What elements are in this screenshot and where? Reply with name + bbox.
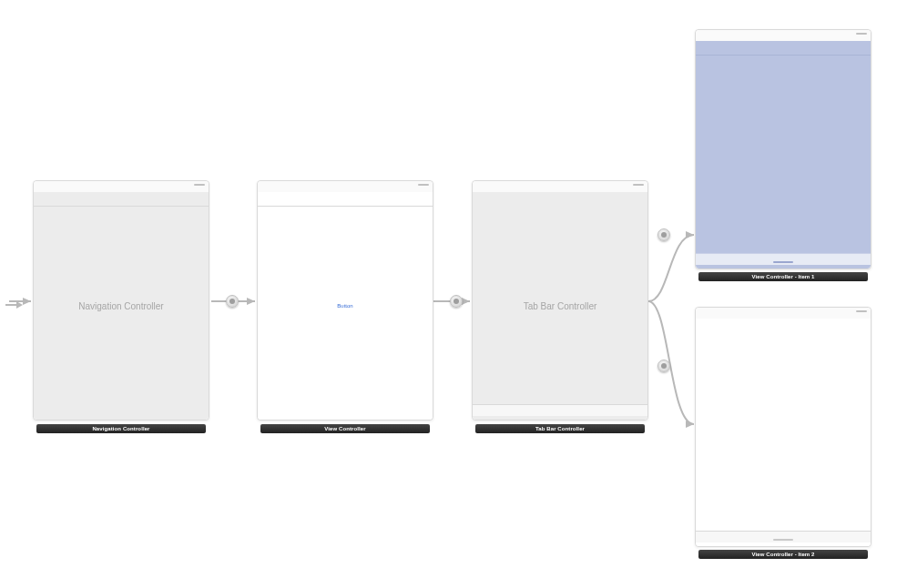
placeholder-label: Navigation Controller bbox=[34, 301, 209, 311]
scene-view-controller-item-2[interactable] bbox=[695, 307, 872, 547]
stoplight-icon bbox=[852, 309, 867, 315]
scene-body[interactable]: Tab Bar Controller bbox=[473, 192, 647, 420]
segue-root[interactable] bbox=[226, 295, 239, 308]
scene-body[interactable]: Button bbox=[258, 192, 433, 420]
scene-body[interactable] bbox=[696, 319, 871, 546]
scene-caption-item-2: View Controller - Item 2 bbox=[698, 550, 868, 559]
scene-view-controller[interactable]: Button bbox=[257, 180, 433, 421]
nav-bar-divider bbox=[258, 206, 433, 207]
scene-body[interactable] bbox=[696, 41, 871, 269]
tab-bar bbox=[696, 253, 871, 265]
nav-bar-divider bbox=[696, 55, 871, 56]
placeholder-label: Tab Bar Controller bbox=[473, 301, 647, 311]
tab-bar bbox=[696, 531, 871, 542]
stoplight-icon bbox=[629, 183, 644, 188]
home-indicator-icon bbox=[773, 539, 793, 541]
scene-caption-navigation-controller: Navigation Controller bbox=[36, 424, 206, 433]
scene-caption-tab-bar-controller: Tab Bar Controller bbox=[475, 424, 645, 433]
tab-bar bbox=[473, 404, 647, 416]
scene-navigation-controller[interactable]: Navigation Controller bbox=[33, 180, 209, 421]
segue-show[interactable] bbox=[450, 295, 463, 308]
segue-relationship-item1[interactable] bbox=[657, 228, 670, 241]
stoplight-icon bbox=[852, 32, 867, 37]
scene-caption-item-1: View Controller - Item 1 bbox=[698, 272, 868, 281]
scene-caption-view-controller: View Controller bbox=[260, 424, 430, 433]
home-indicator-icon bbox=[773, 261, 793, 263]
nav-bar-divider bbox=[34, 206, 209, 207]
ui-button[interactable]: Button bbox=[258, 303, 433, 309]
scene-tab-bar-controller[interactable]: Tab Bar Controller bbox=[472, 180, 648, 421]
scene-view-controller-item-1[interactable] bbox=[695, 29, 872, 269]
stoplight-icon bbox=[190, 183, 205, 188]
scene-body[interactable]: Navigation Controller bbox=[34, 192, 209, 420]
stoplight-icon bbox=[414, 183, 429, 188]
initial-controller-arrow bbox=[5, 297, 24, 306]
segue-relationship-item2[interactable] bbox=[657, 360, 670, 372]
